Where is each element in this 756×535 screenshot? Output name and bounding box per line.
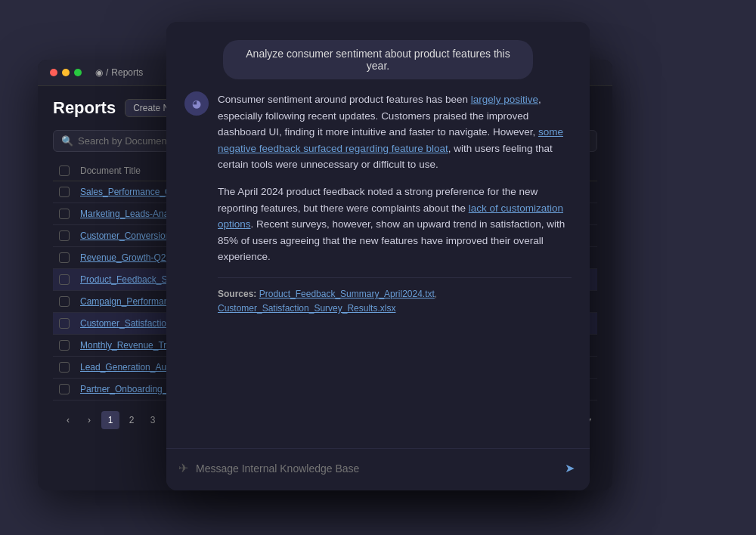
page-3-button[interactable]: 3: [144, 411, 162, 429]
reports-title: Reports: [53, 98, 116, 118]
source-link-2[interactable]: Customer_Satisfaction_Survey_Results.xls…: [218, 303, 395, 314]
message-icon: ✈: [178, 461, 188, 475]
row-checkbox[interactable]: [59, 187, 70, 197]
chat-panel: Analyze consumer sentiment about product…: [166, 22, 590, 490]
page-2-button[interactable]: 2: [122, 411, 141, 429]
chat-body: Analyze consumer sentiment about product…: [166, 22, 590, 448]
ai-response-text: Consumer sentiment around product featur…: [218, 91, 572, 316]
checkbox-header: [59, 165, 80, 176]
chat-input[interactable]: [196, 462, 554, 475]
ai-paragraph-2: The April 2024 product feedback noted a …: [218, 184, 572, 265]
row-checkbox[interactable]: [59, 384, 70, 394]
link-largely-positive[interactable]: largely positive: [471, 94, 538, 105]
row-checkbox[interactable]: [59, 296, 70, 307]
breadcrumb-current: Reports: [111, 67, 143, 78]
next-page-button[interactable]: ›: [80, 411, 98, 429]
row-checkbox[interactable]: [59, 252, 70, 263]
ai-avatar-icon: ◕: [192, 97, 201, 110]
send-button[interactable]: ➤: [562, 458, 578, 478]
row-checkbox[interactable]: [59, 230, 70, 241]
ai-avatar: ◕: [184, 91, 209, 116]
breadcrumb-separator: /: [106, 67, 108, 78]
breadcrumb-home-icon: ◉: [95, 67, 103, 78]
row-checkbox[interactable]: [59, 318, 70, 329]
page-1-button[interactable]: 1: [101, 411, 119, 429]
source-link-1[interactable]: Product_Feedback_Summary_April2024.txt: [259, 289, 435, 299]
tl-green: [74, 69, 82, 76]
prev-page-button[interactable]: ‹: [59, 411, 77, 429]
scene: ◉ / Reports Reports Create New 🔍 Documen…: [15, 14, 741, 521]
breadcrumb: ◉ / Reports: [95, 67, 143, 78]
sources-section: Sources: Product_Feedback_Summary_April2…: [218, 277, 572, 316]
tl-yellow: [62, 69, 70, 76]
tl-red: [50, 69, 57, 76]
send-icon: ➤: [565, 462, 575, 475]
chat-input-area: ✈ ➤: [166, 448, 590, 490]
search-icon: 🔍: [61, 135, 73, 147]
ai-message: ◕ Consumer sentiment around product feat…: [184, 91, 572, 316]
row-checkbox[interactable]: [59, 362, 70, 373]
row-checkbox[interactable]: [59, 340, 70, 351]
sources-label: Sources:: [218, 289, 256, 299]
ai-paragraph-1: Consumer sentiment around product featur…: [218, 91, 572, 173]
row-checkbox[interactable]: [59, 209, 70, 219]
pagination: ‹ › 1 2 3: [59, 411, 162, 429]
user-message: Analyze consumer sentiment about product…: [223, 40, 533, 79]
row-checkbox[interactable]: [59, 274, 70, 285]
